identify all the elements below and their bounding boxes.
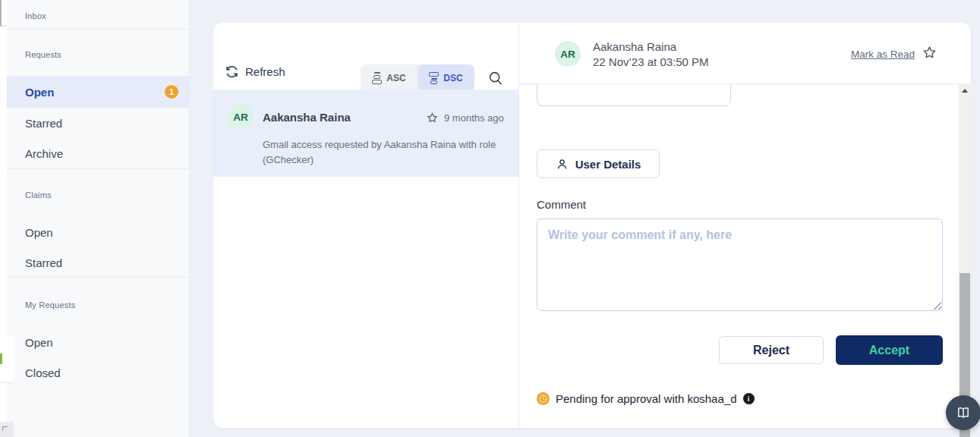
mark-as-read-link[interactable]: Mark as Read (851, 49, 915, 60)
open-book-icon (956, 405, 971, 420)
approval-status: Pending for approval with koshaa_d i (537, 392, 755, 405)
sort-descending-icon (429, 72, 439, 84)
reject-button[interactable]: Reject (719, 336, 824, 364)
screen-edge-line (0, 26, 7, 27)
main-card: Refresh ASC DSC (213, 23, 971, 428)
sidebar-item-my-requests-open[interactable]: Open (7, 327, 190, 357)
vertical-scrollbar[interactable] (959, 84, 971, 437)
sort-toggle-group: ASC DSC (361, 64, 474, 92)
detail-header: AR Aakansha Raina 22 Nov’23 at 03:50 PM … (519, 23, 971, 84)
sidebar-item-claims-starred[interactable]: Starred (7, 247, 190, 278)
sidebar-section-my-requests: My Requests (25, 300, 75, 310)
pending-clock-icon (537, 392, 550, 405)
person-icon (556, 158, 569, 171)
search-icon (488, 71, 503, 86)
request-time-ago: 9 months ago (444, 112, 504, 124)
sidebar-section-inbox: Inbox (25, 11, 46, 20)
sidebar-item-claims-open[interactable]: Open (7, 217, 190, 247)
screen-edge-glyph (2, 426, 8, 431)
star-icon (426, 112, 439, 124)
requester-name: Aakansha Raina (263, 111, 351, 124)
sidebar-item-requests-archive[interactable]: Archive (7, 138, 190, 168)
sidebar-item-my-requests-closed[interactable]: Closed (7, 357, 190, 388)
request-preview-text: Gmail access requested by Aakansha Raina… (263, 137, 499, 168)
detail-body: User Details Comment Reject Accept Pendi… (519, 84, 971, 428)
sidebar-divider (7, 277, 190, 278)
refresh-label: Refresh (245, 65, 285, 78)
accept-button[interactable]: Accept (836, 335, 943, 365)
avatar: AR (228, 104, 254, 130)
sidebar-section-claims: Claims (25, 190, 52, 200)
sort-desc-button[interactable]: DSC (418, 64, 474, 92)
star-button[interactable] (426, 112, 439, 127)
scroll-up-button[interactable] (959, 84, 971, 97)
sidebar: Inbox Requests Open 1 Starred Archive Cl… (7, 0, 190, 437)
sidebar-item-label: Open (25, 86, 54, 99)
sidebar-item-label: Starred (25, 256, 62, 269)
sidebar-item-label: Open (25, 226, 53, 239)
sidebar-divider (7, 168, 190, 169)
requester-name: Aakansha Raina (593, 40, 676, 53)
sort-asc-button[interactable]: ASC (361, 64, 418, 92)
user-details-button[interactable]: User Details (537, 149, 660, 178)
sidebar-item-requests-starred[interactable]: Starred (7, 108, 190, 138)
sidebar-divider (7, 29, 190, 30)
request-list-panel: Refresh ASC DSC (213, 23, 518, 428)
search-button[interactable] (488, 71, 503, 86)
sort-ascending-icon (372, 72, 382, 84)
sidebar-item-label: Closed (25, 366, 61, 379)
request-detail-panel: AR Aakansha Raina 22 Nov’23 at 03:50 PM … (519, 23, 971, 428)
screen-edge-green-mark (0, 354, 2, 364)
scrolled-field-fragment[interactable] (537, 84, 731, 106)
refresh-button[interactable]: Refresh (225, 65, 285, 78)
sort-asc-label: ASC (386, 73, 405, 83)
sidebar-item-label: Open (25, 336, 53, 349)
info-icon[interactable]: i (743, 393, 755, 404)
request-timestamp: 22 Nov’23 at 03:50 PM (593, 55, 709, 68)
refresh-icon (225, 65, 238, 78)
triangle-up-icon (962, 89, 968, 93)
avatar: AR (555, 41, 581, 67)
star-button[interactable] (922, 45, 937, 64)
docs-floating-button[interactable] (946, 395, 980, 430)
status-text: Pending for approval with koshaa_d (556, 392, 737, 405)
comment-input[interactable] (537, 218, 943, 311)
screen-edge-line (0, 0, 2, 26)
star-icon (922, 45, 937, 61)
sidebar-item-requests-open[interactable]: Open 1 (7, 76, 190, 108)
sidebar-item-label: Archive (25, 147, 63, 160)
user-details-label: User Details (575, 158, 641, 171)
request-list-item[interactable]: AR Aakansha Raina 9 months ago Gmail acc… (213, 90, 518, 177)
sidebar-section-requests: Requests (25, 50, 61, 59)
unread-count-badge: 1 (165, 85, 178, 99)
app-screen: Inbox Requests Open 1 Starred Archive Cl… (0, 0, 980, 437)
sort-desc-label: DSC (443, 73, 462, 83)
comment-label: Comment (537, 198, 586, 211)
sidebar-item-label: Starred (25, 117, 62, 130)
